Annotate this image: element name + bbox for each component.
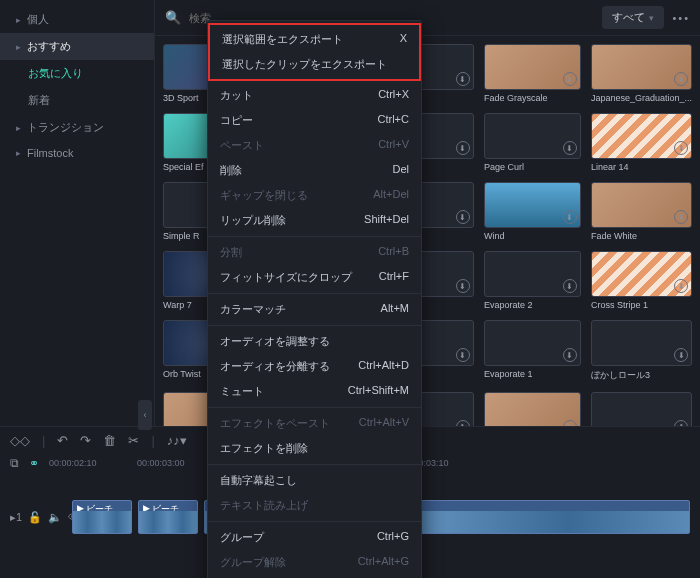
context-item[interactable]: グループCtrl+G — [208, 525, 421, 550]
undo-icon[interactable]: ↶ — [57, 433, 68, 448]
chevron-right-icon: ▸ — [16, 15, 21, 25]
thumbnail[interactable]: ⬇Cross Stripe 1 — [591, 251, 692, 310]
context-item[interactable]: エフェクトを削除 — [208, 436, 421, 461]
mute-icon[interactable]: 🔈 — [48, 511, 62, 524]
lock-icon[interactable]: 🔓 — [28, 511, 42, 524]
cut-icon[interactable]: ✂ — [128, 433, 139, 448]
link-icon[interactable]: ⚭ — [29, 456, 39, 470]
context-item-label: 自動字幕起こし — [220, 473, 297, 488]
more-icon[interactable]: ••• — [672, 12, 690, 24]
thumbnail[interactable]: ⬇Page Curl — [484, 113, 581, 172]
context-item[interactable]: コピーCtrl+C — [208, 108, 421, 133]
sidebar: ▸個人▸おすすめお気に入り新着▸トランジション▸Filmstock — [0, 0, 155, 426]
collapse-sidebar-button[interactable]: ‹ — [138, 400, 152, 430]
clip[interactable]: ▶ ビーチ — [72, 500, 132, 534]
thumbnail[interactable]: ⬇ — [484, 392, 581, 426]
thumbnail[interactable]: ⬇Linear 14 — [591, 113, 692, 172]
thumbnail-label: Page Curl — [484, 162, 581, 172]
context-item-label: エフェクトを削除 — [220, 441, 308, 456]
thumbnail[interactable]: ⬇Fade White — [591, 182, 692, 241]
context-item: エフェクトをペーストCtrl+Alt+V — [208, 411, 421, 436]
download-icon[interactable]: ⬇ — [563, 348, 577, 362]
context-item[interactable]: 選択範囲をエクスポートX — [210, 27, 419, 52]
thumbnail-image: ⬇ — [591, 392, 692, 426]
thumbnail-image: ⬇ — [484, 320, 581, 366]
context-separator — [208, 464, 421, 465]
context-item-shortcut: Ctrl+F — [379, 270, 409, 285]
download-icon[interactable]: ⬇ — [456, 210, 470, 224]
download-icon[interactable]: ⬇ — [456, 141, 470, 155]
context-item[interactable]: オーディオを分離するCtrl+Alt+D — [208, 354, 421, 379]
delete-icon[interactable]: 🗑 — [103, 433, 116, 448]
thumbnail-image: ⬇ — [484, 392, 581, 426]
thumbnail-label: ぼかしロール3 — [591, 369, 692, 382]
download-icon[interactable]: ⬇ — [563, 279, 577, 293]
download-icon[interactable]: ⬇ — [563, 141, 577, 155]
thumbnail[interactable]: ⬇Evaporate 1 — [484, 320, 581, 382]
context-item[interactable]: カラーマッチAlt+M — [208, 297, 421, 322]
context-item-label: カット — [220, 88, 253, 103]
download-icon[interactable]: ⬇ — [456, 420, 470, 426]
context-separator — [208, 293, 421, 294]
download-icon[interactable]: ⬇ — [563, 72, 577, 86]
thumbnail[interactable]: ⬇ — [591, 392, 692, 426]
thumbnail[interactable]: ⬇ぼかしロール3 — [591, 320, 692, 382]
thumbnail-image: ⬇ — [484, 182, 581, 228]
context-item: 分割Ctrl+B — [208, 240, 421, 265]
context-item[interactable]: フィットサイズにクロップCtrl+F — [208, 265, 421, 290]
thumbnail[interactable]: ⬇Fade Grayscale — [484, 44, 581, 103]
context-item[interactable]: 自動字幕起こし — [208, 468, 421, 493]
download-icon[interactable]: ⬇ — [674, 141, 688, 155]
filter-dropdown[interactable]: すべて ▾ — [602, 6, 664, 29]
download-icon[interactable]: ⬇ — [674, 420, 688, 426]
music-icon[interactable]: ♪♪▾ — [167, 433, 187, 448]
thumbnail-image: ⬇ — [591, 251, 692, 297]
context-item[interactable]: カットCtrl+X — [208, 83, 421, 108]
context-item-shortcut: Ctrl+C — [378, 113, 409, 128]
context-item-label: ペースト — [220, 138, 264, 153]
context-item-shortcut: Alt+M — [381, 302, 409, 317]
context-item: ギャップを閉じるAlt+Del — [208, 183, 421, 208]
context-item: テキスト読み上げ — [208, 493, 421, 518]
keyframe-icon[interactable]: ◇◇ — [10, 433, 30, 448]
sidebar-item[interactable]: お気に入り — [0, 60, 154, 87]
download-icon[interactable]: ⬇ — [563, 210, 577, 224]
context-item-shortcut: Ctrl+Alt+G — [358, 555, 409, 570]
clip[interactable]: ▶ ビーチ — [138, 500, 198, 534]
context-item[interactable]: オーディオを調整する — [208, 329, 421, 354]
download-icon[interactable]: ⬇ — [674, 210, 688, 224]
redo-icon[interactable]: ↷ — [80, 433, 91, 448]
context-highlight: 選択範囲をエクスポートX選択したクリップをエクスポート — [208, 23, 421, 81]
sidebar-item[interactable]: 新着 — [0, 87, 154, 114]
context-item-label: コピー — [220, 113, 253, 128]
download-icon[interactable]: ⬇ — [674, 72, 688, 86]
layers-icon[interactable]: ⧉ — [10, 456, 19, 470]
thumbnail[interactable]: ⬇Wind — [484, 182, 581, 241]
context-item[interactable]: 選択したクリップをエクスポート — [210, 52, 419, 77]
thumbnail[interactable]: ⬇Japanese_Graduation_... — [591, 44, 692, 103]
download-icon[interactable]: ⬇ — [456, 279, 470, 293]
sidebar-item-label: 個人 — [27, 12, 49, 27]
thumbnail-label: Evaporate 1 — [484, 369, 581, 379]
thumbnail[interactable]: ⬇Evaporate 2 — [484, 251, 581, 310]
thumbnail-image: ⬇ — [591, 182, 692, 228]
sidebar-item[interactable]: ▸おすすめ — [0, 33, 154, 60]
sidebar-item[interactable]: ▸トランジション — [0, 114, 154, 141]
sidebar-item[interactable]: ▸Filmstock — [0, 141, 154, 165]
search-icon: 🔍 — [165, 10, 181, 25]
track-toggle-icon[interactable]: ▸1 — [10, 511, 22, 524]
sidebar-item[interactable]: ▸個人 — [0, 6, 154, 33]
context-item[interactable]: リップル削除Shift+Del — [208, 208, 421, 233]
context-item[interactable]: 削除Del — [208, 158, 421, 183]
context-separator — [208, 407, 421, 408]
download-icon[interactable]: ⬇ — [563, 420, 577, 426]
context-item-label: オーディオを調整する — [220, 334, 330, 349]
context-item-label: フィットサイズにクロップ — [220, 270, 352, 285]
thumbnail-label: Evaporate 2 — [484, 300, 581, 310]
download-icon[interactable]: ⬇ — [456, 72, 470, 86]
thumbnail-image: ⬇ — [484, 113, 581, 159]
download-icon[interactable]: ⬇ — [674, 279, 688, 293]
context-item[interactable]: ミュートCtrl+Shift+M — [208, 379, 421, 404]
download-icon[interactable]: ⬇ — [674, 348, 688, 362]
download-icon[interactable]: ⬇ — [456, 348, 470, 362]
